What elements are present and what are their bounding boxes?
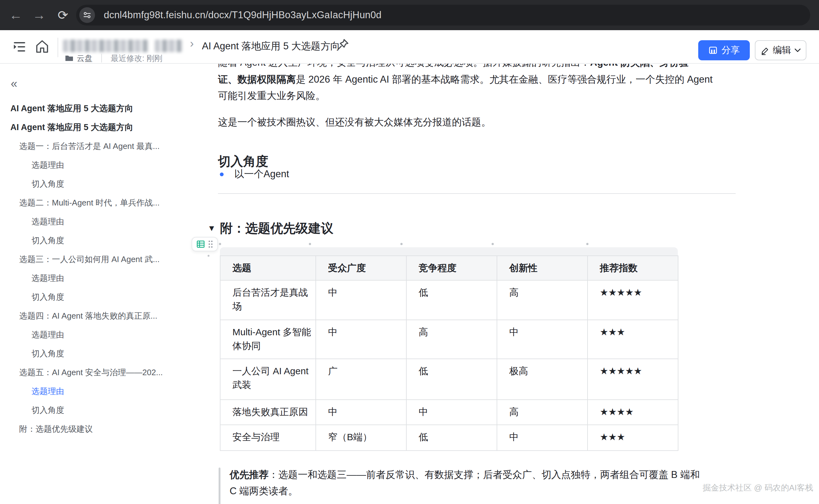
outline-item-topic2[interactable]: 选题二：Multi-Agent 时代，单兵作战... xyxy=(0,193,176,212)
cell[interactable]: 高 xyxy=(497,400,587,425)
outline-sidebar: « AI Agent 落地应用 5 大选题方向 AI Agent 落地应用 5 … xyxy=(0,64,189,504)
outline-item-topic4[interactable]: 选题四：AI Agent 落地失败的真正原... xyxy=(0,306,176,325)
quote-left-bar xyxy=(219,468,221,504)
header-divider xyxy=(58,38,58,57)
bullet-dot-icon xyxy=(220,173,224,176)
cell-rating[interactable]: ★★★★★ xyxy=(587,280,678,320)
outline-item-topic2-reason[interactable]: 选题理由 xyxy=(0,212,176,231)
outline-item-topic4-reason[interactable]: 选题理由 xyxy=(0,325,176,344)
cell[interactable]: 低 xyxy=(406,425,497,451)
app-header: › AI Agent 落地应用 5 大选题方向 云盘 最近修改: 刚刚 xyxy=(0,30,819,64)
cell-rating[interactable]: ★★★ xyxy=(587,320,678,359)
drive-location-label[interactable]: 云盘 xyxy=(77,53,92,63)
collapse-triangle-icon[interactable]: ▼ xyxy=(208,223,216,233)
outline-item-topic3-angle[interactable]: 切入角度 xyxy=(0,288,176,306)
breadcrumb-redacted[interactable] xyxy=(63,40,148,52)
outline-item-doc-title[interactable]: AI Agent 落地应用 5 大选题方向 xyxy=(0,99,176,118)
bullet-item: 以一个Agent xyxy=(220,167,289,181)
column-handle-dot[interactable] xyxy=(309,243,311,245)
cell[interactable]: 一人公司 AI Agent 武装 xyxy=(220,359,316,400)
collapse-sidebar-icon[interactable]: « xyxy=(11,78,17,90)
column-handle-dot[interactable] xyxy=(492,243,494,245)
outline-toggle-icon[interactable] xyxy=(11,39,27,55)
cell[interactable]: Multi-Agent 多智能体协同 xyxy=(220,320,316,359)
outline-item-h1[interactable]: AI Agent 落地应用 5 大选题方向 xyxy=(0,118,176,137)
document-canvas: 随着 Agent 进入生产环境，安全与治理从可选项变成必选项。据外媒披露的研究指… xyxy=(189,64,819,504)
col-header-rating[interactable]: 推荐指数 xyxy=(587,256,678,280)
cell-rating[interactable]: ★★★★ xyxy=(587,400,678,425)
browser-reload-icon[interactable]: ⟳ xyxy=(53,0,73,30)
cell[interactable]: 中 xyxy=(406,400,497,425)
cell-rating[interactable]: ★★★★★ xyxy=(587,359,678,400)
col-header-topic[interactable]: 选题 xyxy=(220,256,316,280)
screenshot-root: ← → ⟳ dcnl4bmfg98t.feishu.cn/docx/T1Q9dH… xyxy=(0,0,819,504)
share-icon xyxy=(708,46,718,55)
cell[interactable]: 低 xyxy=(406,359,497,400)
share-label: 分享 xyxy=(722,44,740,57)
outline-item-topic5[interactable]: 选题五：AI Agent 安全与治理——202... xyxy=(0,363,176,382)
table-header-row: 选题 受众广度 竞争程度 创新性 推荐指数 xyxy=(220,256,678,280)
cell[interactable]: 落地失败真正原因 xyxy=(220,400,316,425)
last-modified-label: 最近修改: 刚刚 xyxy=(111,53,162,63)
site-settings-icon[interactable] xyxy=(79,7,95,23)
outline-item-topic1-angle[interactable]: 切入角度 xyxy=(0,174,176,193)
outline-item-topic1-reason[interactable]: 选题理由 xyxy=(0,156,176,174)
url-text: dcnl4bmfg98t.feishu.cn/docx/T1Q9dHjHBo3a… xyxy=(104,9,382,21)
document-meta: 云盘 最近修改: 刚刚 xyxy=(65,53,162,63)
edit-button[interactable]: 编辑 xyxy=(755,40,806,60)
outline-item-topic5-reason-active[interactable]: 选题理由 xyxy=(0,382,176,401)
cell-rating[interactable]: ★★★ xyxy=(587,425,678,451)
outline-list: AI Agent 落地应用 5 大选题方向 AI Agent 落地应用 5 大选… xyxy=(0,99,189,438)
column-handle-dot[interactable] xyxy=(400,243,403,245)
col-header-audience[interactable]: 受众广度 xyxy=(316,256,406,280)
horizontal-divider xyxy=(218,193,736,194)
chevron-down-icon xyxy=(794,48,801,52)
outline-item-topic4-angle[interactable]: 切入角度 xyxy=(0,344,176,363)
cell[interactable]: 窄（B端） xyxy=(316,425,406,451)
cell[interactable]: 广 xyxy=(316,359,406,400)
cell[interactable]: 低 xyxy=(406,280,497,320)
col-header-novelty[interactable]: 创新性 xyxy=(497,256,587,280)
cell[interactable]: 中 xyxy=(497,320,587,359)
cell[interactable]: 安全与治理 xyxy=(220,425,316,451)
col-header-competition[interactable]: 竞争程度 xyxy=(406,256,497,280)
heading-appendix-row: ▼ 附：选题优先级建议 xyxy=(208,219,333,237)
browser-back-icon[interactable]: ← xyxy=(6,0,26,30)
paragraph-clipped-line: 随着 Agent 进入生产环境，安全与治理从可选项变成必选项。据外媒披露的研究指… xyxy=(218,64,809,71)
heading-appendix: 附：选题优先级建议 xyxy=(220,219,333,237)
cell[interactable]: 后台苦活才是真战场 xyxy=(220,280,316,320)
breadcrumb-chevron-icon: › xyxy=(190,37,194,50)
home-icon[interactable] xyxy=(34,38,50,55)
cell[interactable]: 中 xyxy=(316,280,406,320)
cell[interactable]: 极高 xyxy=(497,359,587,400)
outline-item-topic3-reason[interactable]: 选题理由 xyxy=(0,269,176,288)
share-button[interactable]: 分享 xyxy=(698,40,750,60)
pin-icon[interactable] xyxy=(336,38,350,52)
outline-item-topic5-angle[interactable]: 切入角度 xyxy=(0,401,176,419)
browser-forward-icon[interactable]: → xyxy=(29,0,49,30)
drag-handle-icon xyxy=(208,240,213,248)
column-handle-dot[interactable] xyxy=(586,243,588,245)
cell[interactable]: 中 xyxy=(497,425,587,451)
meta-divider xyxy=(101,54,102,63)
edit-label: 编辑 xyxy=(773,44,791,57)
column-handle-dot[interactable] xyxy=(219,243,221,245)
cell[interactable]: 高 xyxy=(497,280,587,320)
cell[interactable]: 中 xyxy=(316,400,406,425)
cell[interactable]: 中 xyxy=(316,320,406,359)
url-bar[interactable]: dcnl4bmfg98t.feishu.cn/docx/T1Q9dHjHBo3a… xyxy=(76,5,810,25)
table-row: 安全与治理 窄（B端） 低 中 ★★★ xyxy=(220,425,678,451)
paragraph-security: 证、数据权限隔离是 2026 年 Agentic AI 部署的基本战略需求。尤其… xyxy=(218,71,719,104)
paragraph-topic-note: 这是一个被技术圈热议、但还没有被大众媒体充分报道的话题。 xyxy=(218,114,737,130)
outline-item-appendix[interactable]: 附：选题优先级建议 xyxy=(0,419,176,438)
outline-item-topic3[interactable]: 选题三：一人公司如何用 AI Agent 武... xyxy=(0,250,176,269)
outline-item-topic2-angle[interactable]: 切入角度 xyxy=(0,231,176,250)
breadcrumb-redacted-2[interactable] xyxy=(155,40,182,52)
row-handle-dot[interactable] xyxy=(208,255,210,257)
cell[interactable]: 高 xyxy=(406,320,497,359)
table-toolbar-pill[interactable] xyxy=(191,237,218,251)
document-title[interactable]: AI Agent 落地应用 5 大选题方向 xyxy=(202,40,340,53)
outline-item-topic1[interactable]: 选题一：后台苦活才是 AI Agent 最真... xyxy=(0,137,176,156)
watermark: 掘金技术社区 @ 码农的AI客栈 xyxy=(703,482,813,493)
priority-table[interactable]: 选题 受众广度 竞争程度 创新性 推荐指数 后台苦活才是真战场 中 低 高 ★★… xyxy=(220,255,679,451)
